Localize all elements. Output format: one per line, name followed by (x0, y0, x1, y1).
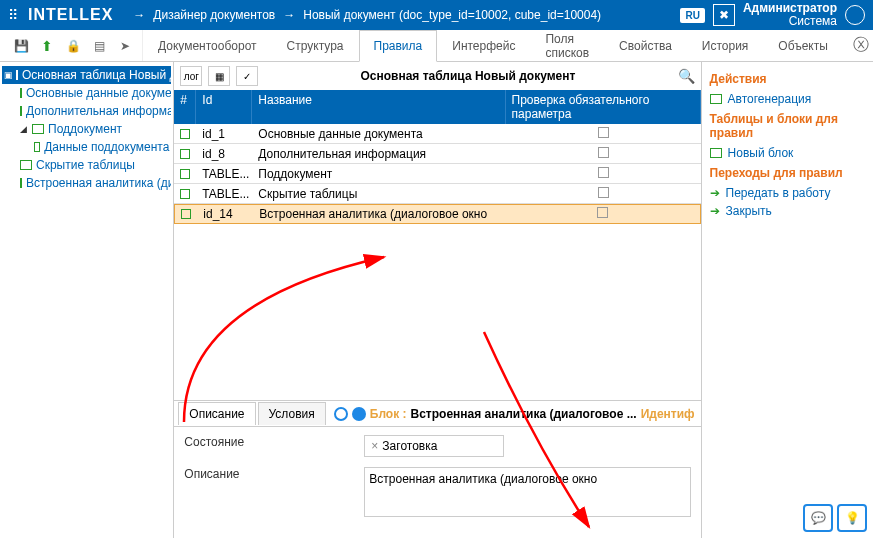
tree-label: Встроенная аналитика (диа (26, 176, 171, 190)
col-check[interactable]: Проверка обязательного параметра (506, 90, 701, 124)
checkbox[interactable] (597, 207, 608, 218)
cell-name: Скрытие таблицы (252, 185, 505, 203)
logo-text: INTELLEX (28, 6, 113, 24)
logo[interactable]: INTELLEX (28, 6, 133, 24)
main-tabs: Документооборот Структура Правила Интерф… (143, 30, 843, 61)
cell-id: id_1 (196, 125, 252, 143)
list-icon[interactable]: ▤ (88, 35, 110, 57)
col-icon[interactable]: # (174, 90, 196, 124)
checkbox[interactable] (598, 187, 609, 198)
grid: # Id Название Проверка обязательного пар… (174, 90, 700, 224)
tab-listfields[interactable]: Поля списков (530, 30, 604, 61)
user-sub: Система (743, 15, 837, 28)
action-label: Закрыть (726, 204, 772, 218)
cell-id: TABLE... (196, 185, 252, 203)
tree-root-label: Основная таблица Новый док (22, 68, 171, 82)
tree-item[interactable]: Дополнительная информац (2, 102, 171, 120)
play-icon[interactable] (352, 407, 366, 421)
search-icon[interactable]: 🔍 (678, 68, 695, 84)
tab-description[interactable]: Описание (178, 402, 255, 425)
lock-icon[interactable]: 🔒 (62, 35, 84, 57)
grid-row[interactable]: id_8Дополнительная информация (174, 144, 700, 164)
table-icon (16, 70, 18, 80)
app-header: ⠿ INTELLEX → Дизайнер документов → Новый… (0, 0, 873, 30)
check-button[interactable]: ✓ (236, 66, 258, 86)
tree-root[interactable]: ▣ Основная таблица Новый док (2, 66, 171, 84)
desc-row: Описание Встроенная аналитика (диалогово… (184, 467, 690, 520)
grid-button[interactable]: ▦ (208, 66, 230, 86)
cell-id: id_14 (197, 205, 253, 223)
ident-label: Идентиф (641, 407, 695, 421)
block-name: Встроенная аналитика (диалоговое ... (411, 407, 637, 421)
tab-conditions[interactable]: Условия (258, 402, 326, 425)
action-close[interactable]: ➔Закрыть (710, 202, 865, 220)
arrow-right-icon: ➔ (710, 186, 720, 200)
action-label: Новый блок (728, 146, 794, 160)
checkbox[interactable] (598, 127, 609, 138)
cell-id: TABLE... (196, 165, 252, 183)
tab-objects[interactable]: Объекты (763, 30, 843, 61)
avatar-icon[interactable] (845, 5, 865, 25)
save-icon[interactable]: 💾 (10, 35, 32, 57)
tree-item-subdoc[interactable]: ◢Поддокумент (2, 120, 171, 138)
desc-textarea[interactable]: Встроенная аналитика (диалоговое окно (364, 467, 690, 517)
tab-history[interactable]: История (687, 30, 764, 61)
tab-properties[interactable]: Свойства (604, 30, 687, 61)
col-id[interactable]: Id (196, 90, 252, 124)
table-icon (20, 88, 22, 98)
tab-interface[interactable]: Интерфейс (437, 30, 530, 61)
chat-button[interactable]: 💬 (803, 504, 833, 532)
tree-item[interactable]: Встроенная аналитика (диа (2, 174, 171, 192)
tree-item[interactable]: Данные поддокумента (2, 138, 171, 156)
desc-label: Описание (184, 467, 364, 520)
tree-label: Данные поддокумента (44, 140, 169, 154)
breadcrumb-document[interactable]: Новый документ (doc_type_id=10002, cube_… (303, 8, 601, 22)
caret-down-icon[interactable]: ◢ (20, 124, 28, 134)
table-icon (32, 124, 44, 134)
checkbox[interactable] (598, 147, 609, 158)
header-right: RU ✖ Администратор Система (680, 2, 865, 28)
body: ▣ Основная таблица Новый док Основные да… (0, 62, 873, 538)
cell-name: Дополнительная информация (252, 145, 505, 163)
tab-rules[interactable]: Правила (359, 30, 438, 62)
toolbar-icons: 💾 ⬆ 🔒 ▤ ➤ (4, 30, 143, 61)
tools-icon[interactable]: ✖ (713, 4, 735, 26)
breadcrumb-designer[interactable]: Дизайнер документов (153, 8, 275, 22)
cell-name: Встроенная аналитика (диалоговое окно (253, 205, 504, 223)
row-icon (181, 209, 191, 219)
bottom-tabs: Описание Условия Блок : Встроенная анали… (174, 401, 700, 427)
grid-row[interactable]: TABLE...Поддокумент (174, 164, 700, 184)
checkbox[interactable] (598, 167, 609, 178)
help-icon[interactable] (334, 407, 348, 421)
log-button[interactable]: лог (180, 66, 202, 86)
row-icon (180, 169, 190, 179)
idea-button[interactable]: 💡 (837, 504, 867, 532)
action-newblock[interactable]: Новый блок (710, 144, 865, 162)
send-icon[interactable]: ➤ (114, 35, 136, 57)
state-row: Состояние × Заготовка (184, 435, 690, 457)
action-submit[interactable]: ➔Передать в работу (710, 184, 865, 202)
action-label: Передать в работу (726, 186, 831, 200)
tree-item[interactable]: Основные данные докумен (2, 84, 171, 102)
upload-icon[interactable]: ⬆ (36, 35, 58, 57)
row-icon (180, 189, 190, 199)
tree-label: Скрытие таблицы (36, 158, 135, 172)
grid-row[interactable]: id_1Основные данные документа (174, 124, 700, 144)
tab-structure[interactable]: Структура (272, 30, 359, 61)
close-button[interactable]: ⓧ (843, 30, 873, 61)
tree-item[interactable]: Скрытие таблицы (2, 156, 171, 174)
grid-row[interactable]: TABLE...Скрытие таблицы (174, 184, 700, 204)
action-autogen[interactable]: Автогенерация (710, 90, 865, 108)
grid-row-selected[interactable]: id_14Встроенная аналитика (диалоговое ок… (174, 204, 700, 224)
col-name[interactable]: Название (252, 90, 505, 124)
language-badge[interactable]: RU (680, 8, 704, 23)
apps-grid-icon[interactable]: ⠿ (8, 7, 18, 23)
arrow-icon: → (283, 8, 295, 22)
tree-label: Основные данные докумен (26, 86, 171, 100)
transitions-header: Переходы для правил (710, 166, 865, 180)
user-info[interactable]: Администратор Система (743, 2, 837, 28)
remove-tag-icon[interactable]: × (371, 439, 378, 453)
state-field[interactable]: × Заготовка (364, 435, 504, 457)
tab-workflow[interactable]: Документооборот (143, 30, 272, 61)
right-panel: Действия Автогенерация Таблицы и блоки д… (702, 62, 873, 538)
